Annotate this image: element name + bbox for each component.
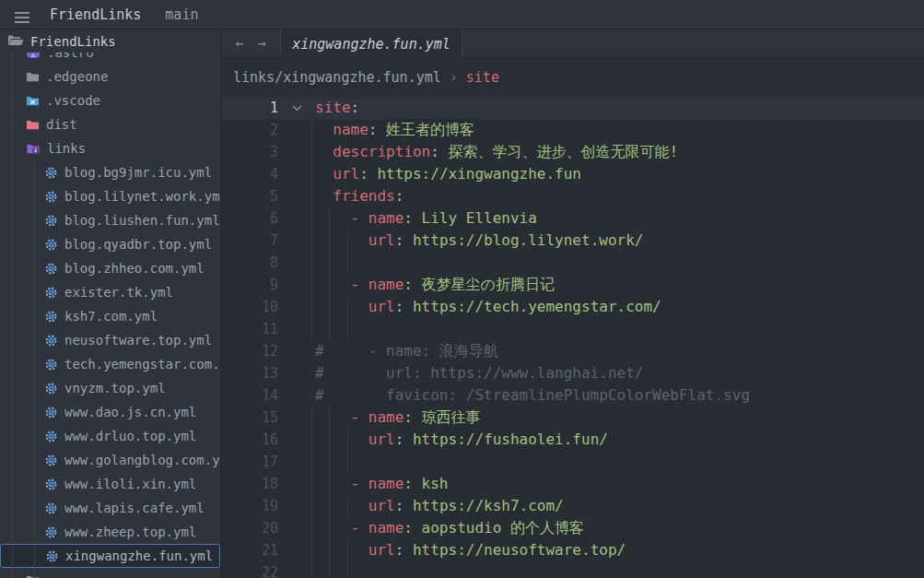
code-line[interactable]: 19 url: https://ksh7.com/ xyxy=(221,495,924,517)
file-row[interactable]: www.dao.js.cn.yml xyxy=(0,400,220,424)
line-number: 8 xyxy=(221,252,278,274)
code-line[interactable]: 11 xyxy=(221,318,924,340)
code-token: : xyxy=(404,475,413,492)
code-line[interactable]: 4 url: https://xingwangzhe.fun xyxy=(221,163,924,185)
tab-bar-empty xyxy=(462,29,924,58)
gear-icon xyxy=(44,310,58,324)
forward-arrow-icon[interactable]: → xyxy=(258,35,266,52)
file-row[interactable]: xingwangzhe.fun.yml xyxy=(0,544,220,568)
folder-row[interactable]: links xyxy=(0,136,220,160)
fold-chevron-down-icon[interactable] xyxy=(278,97,315,119)
code-token: url xyxy=(368,497,395,514)
line-number: 1 xyxy=(221,97,278,119)
indent-guide xyxy=(347,429,348,451)
file-row[interactable]: www.golangblog.com.yml xyxy=(0,448,220,472)
back-arrow-icon[interactable]: ← xyxy=(235,35,243,52)
code-token: https://xingwangzhe.fun xyxy=(368,165,581,183)
project-title[interactable]: FriendLinks xyxy=(50,6,141,23)
indent-guide xyxy=(311,517,312,539)
line-number: 14 xyxy=(221,384,278,407)
file-row[interactable]: www.iloli.xin.yml xyxy=(0,472,220,496)
file-row[interactable]: blog.liushen.fun.yml xyxy=(0,208,220,232)
file-label: tech.yemengstar.com.yml xyxy=(64,357,220,372)
code-line[interactable]: 20 - name: aopstudio 的个人博客 xyxy=(221,517,924,539)
code-line[interactable]: 17 xyxy=(221,451,924,473)
file-label: www.golangblog.com.yml xyxy=(64,453,220,467)
git-branch-label[interactable]: main xyxy=(165,6,198,23)
indent-guide xyxy=(311,141,312,163)
code-line[interactable]: 18 - name: ksh xyxy=(221,473,924,495)
file-row[interactable]: blog.lilynet.work.yml xyxy=(0,184,220,208)
file-row[interactable]: neusoftware.top.yml xyxy=(0,328,220,352)
file-label: ksh7.com.yml xyxy=(64,309,158,324)
code-line[interactable]: 21 url: https://neusoftware.top/ xyxy=(221,539,924,561)
code-token: url xyxy=(368,541,395,559)
line-number: 18 xyxy=(221,473,278,495)
file-row[interactable]: tech.yemengstar.com.yml xyxy=(0,352,220,376)
code-line[interactable]: 9 - name: 夜梦星尘の折腾日记 xyxy=(221,274,924,296)
code-token: url xyxy=(368,231,395,249)
file-row[interactable]: www.zheep.top.yml xyxy=(0,520,220,544)
code-line[interactable]: 10 url: https://tech.yemengstar.com/ xyxy=(221,296,924,318)
file-row[interactable]: exister.tk.yml xyxy=(0,280,220,304)
folder-row[interactable] xyxy=(0,568,220,578)
code-line[interactable]: 22 xyxy=(221,561,924,578)
gear-icon xyxy=(44,382,58,395)
code-line[interactable]: 16 url: https://fushaolei.fun/ xyxy=(221,429,924,451)
indent-guide xyxy=(329,318,330,340)
file-row[interactable]: blog.zhheo.com.yml xyxy=(0,256,220,280)
file-row[interactable]: blog.bg9jmr.icu.yml xyxy=(0,160,220,184)
gear-icon xyxy=(44,214,58,228)
code-token: name xyxy=(368,519,404,537)
folder-row[interactable]: .astro xyxy=(0,53,220,65)
file-row[interactable]: www.lapis.cafe.yml xyxy=(0,496,220,520)
project-panel: FriendLinks .astro.edgeone.vscodedistlin… xyxy=(0,29,221,578)
indent-guide xyxy=(347,230,348,252)
code-token: : xyxy=(404,209,413,227)
code-line[interactable]: 12# - name: 浪海导航 xyxy=(221,340,924,362)
code-line[interactable]: 3 description: 探索、学习、进步、创造无限可能! xyxy=(221,141,924,163)
tab-active[interactable]: xingwangzhe.fun.yml xyxy=(281,29,462,58)
code-line[interactable]: 8 xyxy=(221,252,924,274)
code-line[interactable]: 13# url: https://www.langhai.net/ xyxy=(221,362,924,384)
code-line[interactable]: 7 url: https://blog.lilynet.work/ xyxy=(221,230,924,252)
file-row[interactable]: vnyzm.top.yml xyxy=(0,376,220,400)
folder-row[interactable]: .edgeone xyxy=(0,65,220,88)
code-editor[interactable]: 1site:2 name: 姓王者的博客3 description: 探索、学习… xyxy=(221,97,924,578)
code-token: - xyxy=(351,209,368,227)
code-token: # favicon: /StreamlinePlumpColorWebFlat.… xyxy=(315,386,750,404)
code-token xyxy=(315,519,351,537)
indent-guide xyxy=(329,296,330,318)
file-label: .edgeone xyxy=(46,69,108,84)
code-token xyxy=(315,121,333,138)
code-token: description xyxy=(333,143,430,160)
vscode-folder-icon xyxy=(26,94,40,108)
folder-row[interactable]: .vscode xyxy=(0,88,220,112)
breadcrumb-path[interactable]: links/xingwangzhe.fun.yml xyxy=(233,69,441,86)
indent-guide xyxy=(311,495,312,517)
indent-guide xyxy=(311,451,312,473)
project-root-row[interactable]: FriendLinks xyxy=(0,29,220,53)
file-label: www.drluo.top.yml xyxy=(64,429,196,443)
indent-guide xyxy=(329,451,330,473)
tab-bar: ← → xingwangzhe.fun.yml xyxy=(221,29,924,58)
indent-guide xyxy=(311,207,312,230)
breadcrumb-symbol[interactable]: site xyxy=(466,69,499,86)
file-row[interactable]: blog.qyadbr.top.yml xyxy=(0,232,220,256)
code-line[interactable]: 14# favicon: /StreamlinePlumpColorWebFla… xyxy=(221,384,924,407)
code-line[interactable]: 5 friends: xyxy=(221,185,924,207)
hamburger-menu-icon[interactable] xyxy=(15,9,29,20)
code-token: aopstudio 的个人博客 xyxy=(413,519,584,537)
code-line[interactable]: 6 - name: Lily Ellenvia xyxy=(221,207,924,230)
code-token: url xyxy=(368,431,395,448)
folder-row[interactable]: dist xyxy=(0,112,220,136)
code-token: name xyxy=(368,209,404,227)
indent-guide xyxy=(311,473,312,495)
file-row[interactable]: ksh7.com.yml xyxy=(0,304,220,328)
indent-guide xyxy=(347,495,348,517)
code-line[interactable]: 1site: xyxy=(221,97,924,119)
code-token xyxy=(315,187,333,205)
file-row[interactable]: www.drluo.top.yml xyxy=(0,424,220,448)
code-line[interactable]: 2 name: 姓王者的博客 xyxy=(221,119,924,141)
code-line[interactable]: 15 - name: 琼西往事 xyxy=(221,407,924,429)
